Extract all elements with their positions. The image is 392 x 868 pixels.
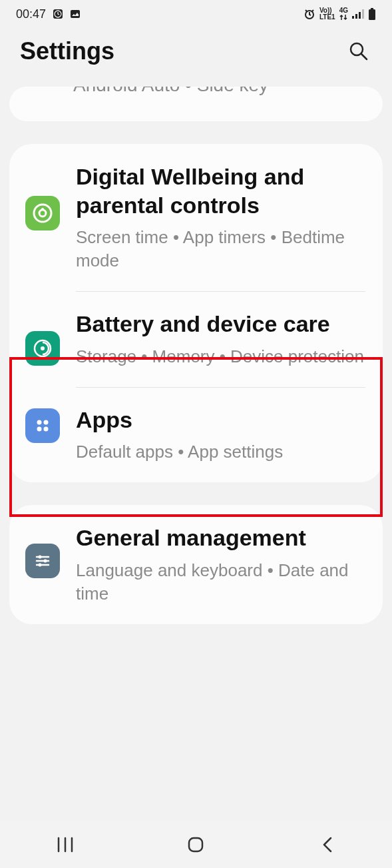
- wellbeing-body: Digital Wellbeing and parental controls …: [76, 163, 367, 272]
- navigation-bar: [0, 821, 392, 868]
- svg-point-11: [34, 205, 51, 222]
- status-gen: 4G: [339, 7, 348, 14]
- status-time: 00:47: [16, 7, 46, 21]
- settings-header: Settings: [0, 25, 392, 81]
- group-device: Digital Wellbeing and parental controls …: [9, 144, 383, 482]
- apps-title: Apps: [76, 406, 367, 434]
- svg-point-21: [44, 560, 47, 563]
- gallery-icon: [70, 9, 81, 19]
- svg-point-12: [39, 210, 46, 217]
- svg-point-17: [44, 420, 49, 424]
- status-network-text: Vo)) LTE1: [319, 7, 335, 21]
- nav-recents-button[interactable]: [39, 831, 92, 858]
- settings-item-general-management[interactable]: General management Language and keyboard…: [9, 505, 383, 624]
- battery-title: Battery and device care: [76, 310, 367, 338]
- home-icon: [186, 835, 205, 854]
- svg-rect-6: [359, 12, 361, 19]
- battery-sub: Storage • Memory • Device protection: [76, 345, 367, 368]
- svg-rect-9: [369, 9, 375, 20]
- settings-scroll[interactable]: Android Auto • Side key Digital Wellbein…: [0, 87, 392, 821]
- nav-back-button[interactable]: [300, 831, 353, 858]
- back-icon: [320, 835, 333, 854]
- svg-rect-8: [371, 8, 373, 9]
- svg-rect-23: [189, 838, 202, 851]
- status-bar: 00:47 Vo)) LTE1 4G: [0, 0, 392, 25]
- general-title: General management: [76, 524, 367, 552]
- svg-point-15: [41, 346, 45, 350]
- svg-point-22: [39, 564, 42, 567]
- general-management-icon: [25, 544, 60, 578]
- nav-home-button[interactable]: [169, 831, 222, 858]
- svg-point-19: [44, 426, 49, 431]
- battery-body: Battery and device care Storage • Memory…: [76, 310, 367, 368]
- svg-rect-2: [71, 10, 80, 18]
- svg-point-20: [39, 556, 42, 559]
- general-sub: Language and keyboard • Date and time: [76, 559, 367, 606]
- svg-point-16: [37, 420, 42, 424]
- battery-icon: [368, 8, 376, 20]
- page-title: Settings: [20, 37, 114, 65]
- status-right: Vo)) LTE1 4G: [303, 7, 376, 21]
- svg-rect-4: [352, 16, 354, 19]
- status-left: 00:47: [16, 7, 81, 21]
- wellbeing-sub: Screen time • App timers • Bedtime mode: [76, 226, 367, 272]
- settings-item-digital-wellbeing[interactable]: Digital Wellbeing and parental controls …: [9, 144, 383, 291]
- apps-sub: Default apps • App settings: [76, 440, 367, 464]
- recents-icon: [56, 837, 75, 853]
- general-body: General management Language and keyboard…: [76, 524, 367, 606]
- svg-rect-7: [362, 9, 364, 19]
- wellbeing-title: Digital Wellbeing and parental controls: [76, 163, 367, 219]
- svg-rect-5: [355, 14, 357, 19]
- status-lte: LTE1: [319, 14, 335, 21]
- apps-body: Apps Default apps • App settings: [76, 406, 367, 464]
- signal-icon: [352, 9, 364, 19]
- data-arrows-icon: [339, 14, 348, 21]
- search-icon: [348, 41, 369, 62]
- clock-app-icon: [53, 9, 63, 19]
- apps-icon: [25, 408, 60, 443]
- wellbeing-icon: [25, 196, 60, 230]
- svg-point-13: [41, 208, 44, 211]
- search-button[interactable]: [345, 38, 372, 65]
- device-care-icon: [25, 331, 60, 366]
- status-gen-block: 4G: [339, 7, 348, 21]
- advanced-features-sub: Android Auto • Side key: [73, 87, 268, 96]
- group-advanced-features[interactable]: Android Auto • Side key: [9, 87, 383, 121]
- alarm-icon: [303, 8, 315, 20]
- group-general: General management Language and keyboard…: [9, 505, 383, 624]
- settings-item-battery-device-care[interactable]: Battery and device care Storage • Memory…: [9, 291, 383, 387]
- svg-point-18: [37, 426, 42, 431]
- settings-item-apps[interactable]: Apps Default apps • App settings: [9, 387, 383, 483]
